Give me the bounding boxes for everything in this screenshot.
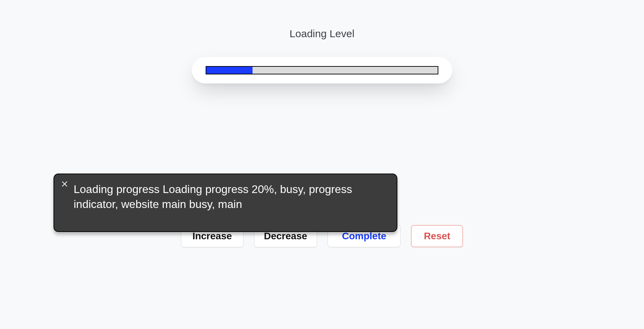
progress-card [192,57,452,83]
reset-button[interactable]: Reset [411,225,463,247]
accessibility-tooltip: Loading progress Loading progress 20%, b… [53,174,397,232]
progress-bar [206,66,438,74]
tooltip-text: Loading progress Loading progress 20%, b… [74,182,387,212]
main-container: Loading Level Increase Decrease Complete… [0,0,644,329]
close-icon[interactable] [60,180,69,188]
progress-fill [206,67,253,74]
page-title: Loading Level [290,28,355,40]
